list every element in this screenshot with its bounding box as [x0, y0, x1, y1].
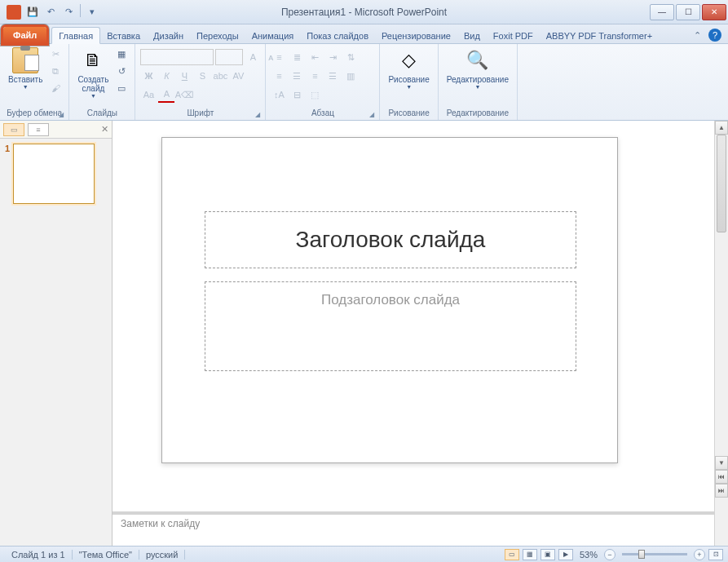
- underline-icon[interactable]: Ч: [176, 68, 192, 84]
- group-editing: 🔍 Редактирование ▼ Редактирование: [439, 44, 518, 120]
- tab-design[interactable]: Дизайн: [147, 28, 190, 43]
- help-icon[interactable]: ?: [708, 29, 721, 42]
- zoom-slider[interactable]: [622, 553, 687, 555]
- align-text-icon[interactable]: ⊟: [289, 86, 305, 103]
- drawing-button[interactable]: ◇ Рисование ▼: [385, 46, 432, 91]
- prev-slide-icon[interactable]: ⏮: [715, 470, 728, 484]
- tab-slideshow[interactable]: Показ слайдов: [300, 28, 375, 43]
- char-spacing-icon[interactable]: AV: [230, 68, 246, 84]
- tab-foxit[interactable]: Foxit PDF: [487, 28, 540, 43]
- align-left-icon[interactable]: ≡: [271, 68, 287, 84]
- chevron-down-icon: ▼: [474, 84, 480, 90]
- strikethrough-icon[interactable]: S: [194, 68, 210, 84]
- minimize-button[interactable]: —: [650, 4, 674, 20]
- dialog-launcher-icon[interactable]: ◢: [59, 111, 64, 118]
- subtitle-placeholder[interactable]: Подзаголовок слайда: [205, 281, 576, 371]
- clear-formatting-icon[interactable]: A⌫: [176, 86, 192, 103]
- tab-abbyy[interactable]: ABBYY PDF Transformer+: [540, 28, 659, 43]
- numbering-icon[interactable]: ≣: [289, 49, 305, 65]
- new-slide-button[interactable]: 🗎 Создать слайд ▼: [74, 46, 112, 100]
- tab-review[interactable]: Рецензирование: [375, 28, 457, 43]
- columns-icon[interactable]: ▥: [342, 68, 359, 84]
- tab-transitions[interactable]: Переходы: [190, 28, 245, 43]
- format-painter-icon[interactable]: 🖌: [47, 80, 64, 96]
- normal-view-icon[interactable]: ▭: [505, 549, 519, 560]
- text-direction-icon[interactable]: ↕A: [271, 86, 287, 103]
- qat-customize-icon[interactable]: ▾: [84, 4, 100, 20]
- sorter-view-icon[interactable]: ▦: [523, 549, 537, 560]
- slide-thumbnail[interactable]: [13, 144, 95, 204]
- group-slides: 🗎 Создать слайд ▼ ▦ ↺ ▭ Слайды: [69, 44, 135, 120]
- change-case-icon[interactable]: Aa: [140, 86, 157, 103]
- line-spacing-icon[interactable]: ⇅: [342, 49, 359, 65]
- close-panel-icon[interactable]: ✕: [101, 124, 108, 135]
- close-button[interactable]: ✕: [702, 4, 726, 20]
- paste-label: Вставить: [8, 75, 42, 84]
- vertical-scrollbar[interactable]: ▲ ▼ ⏮ ⏭: [714, 121, 728, 546]
- next-slide-icon[interactable]: ⏭: [715, 484, 728, 498]
- find-replace-button[interactable]: 🔍 Редактирование ▼: [443, 46, 512, 91]
- italic-icon[interactable]: К: [158, 68, 174, 84]
- copy-icon[interactable]: ⧉: [47, 63, 64, 79]
- smartart-icon[interactable]: ⬚: [307, 86, 323, 103]
- zoom-out-icon[interactable]: −: [604, 549, 615, 560]
- workspace: ▭ ≡ ✕ 1 Заголовок слайда Подзаголовок сл…: [0, 121, 728, 546]
- tab-view[interactable]: Вид: [457, 28, 487, 43]
- slide-indicator[interactable]: Слайд 1 из 1: [5, 550, 73, 560]
- powerpoint-icon: [7, 5, 21, 20]
- cut-icon[interactable]: ✂: [47, 46, 64, 62]
- zoom-in-icon[interactable]: +: [694, 549, 705, 560]
- fit-to-window-icon[interactable]: ⊡: [708, 549, 723, 560]
- group-clipboard: Вставить ▼ ✂ ⧉ 🖌 Буфер обмена◢: [0, 44, 69, 120]
- grow-font-icon[interactable]: A: [245, 49, 261, 65]
- reading-view-icon[interactable]: ▣: [540, 549, 555, 560]
- decrease-indent-icon[interactable]: ⇤: [307, 49, 323, 65]
- section-icon[interactable]: ▭: [113, 80, 130, 96]
- layout-icon[interactable]: ▦: [113, 46, 130, 62]
- slide-canvas[interactable]: Заголовок слайда Подзаголовок слайда: [161, 137, 618, 463]
- dialog-launcher-icon[interactable]: ◢: [255, 111, 260, 118]
- align-center-icon[interactable]: ☰: [289, 68, 305, 84]
- tab-file[interactable]: Файл: [3, 27, 46, 43]
- font-color-icon[interactable]: A: [158, 86, 174, 103]
- new-slide-icon: 🗎: [80, 47, 106, 73]
- group-drawing: ◇ Рисование ▼ Рисование: [380, 44, 438, 120]
- scroll-up-icon[interactable]: ▲: [715, 121, 728, 135]
- chevron-down-icon: ▼: [90, 93, 96, 99]
- dialog-launcher-icon[interactable]: ◢: [369, 111, 374, 118]
- tab-home[interactable]: Главная: [51, 27, 100, 44]
- ribbon-tabs: Файл Главная Вставка Дизайн Переходы Ани…: [0, 24, 728, 44]
- font-family-combo[interactable]: [140, 49, 214, 65]
- title-placeholder[interactable]: Заголовок слайда: [205, 211, 576, 268]
- slideshow-view-icon[interactable]: ▶: [558, 549, 573, 560]
- outline-tab[interactable]: ≡: [28, 123, 49, 136]
- scroll-thumb[interactable]: [717, 135, 726, 232]
- minimize-ribbon-icon[interactable]: ⌃: [689, 27, 705, 43]
- bold-icon[interactable]: Ж: [140, 68, 157, 84]
- language-indicator[interactable]: русский: [139, 550, 185, 560]
- theme-indicator[interactable]: "Тема Office": [73, 550, 139, 560]
- tab-animation[interactable]: Анимация: [245, 28, 301, 43]
- maximize-button[interactable]: ☐: [676, 4, 700, 20]
- reset-icon[interactable]: ↺: [113, 63, 130, 79]
- chevron-down-icon: ▼: [23, 84, 29, 90]
- tab-insert[interactable]: Вставка: [100, 28, 147, 43]
- drawing-label: Рисование: [388, 75, 429, 84]
- notes-pane[interactable]: Заметки к слайду: [113, 511, 714, 546]
- font-size-combo[interactable]: [215, 49, 243, 65]
- group-label-clipboard: Буфер обмена◢: [5, 107, 64, 120]
- zoom-level[interactable]: 53%: [580, 550, 598, 560]
- undo-icon[interactable]: ↶: [42, 4, 59, 20]
- shadow-icon[interactable]: abc: [212, 68, 228, 84]
- bullets-icon[interactable]: ≡: [271, 49, 287, 65]
- save-icon[interactable]: 💾: [24, 4, 41, 20]
- redo-icon[interactable]: ↷: [60, 4, 77, 20]
- scroll-down-icon[interactable]: ▼: [715, 456, 728, 470]
- paste-button[interactable]: Вставить ▼: [5, 46, 46, 91]
- align-right-icon[interactable]: ≡: [307, 68, 323, 84]
- group-label-paragraph: Абзац◢: [271, 107, 374, 120]
- increase-indent-icon[interactable]: ⇥: [324, 49, 341, 65]
- thumbnails-tab[interactable]: ▭: [3, 123, 24, 136]
- justify-icon[interactable]: ☰: [324, 68, 341, 84]
- chevron-down-icon: ▼: [406, 84, 412, 90]
